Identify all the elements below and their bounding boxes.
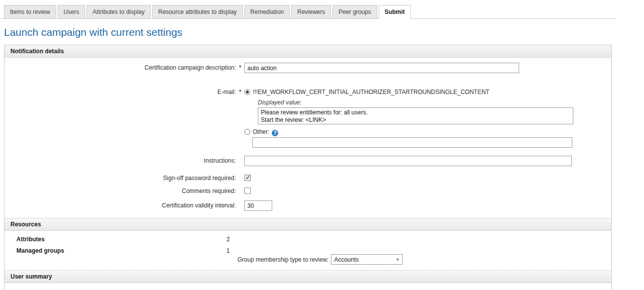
validity-label: Certification validity interval: <box>4 199 236 209</box>
group-membership-label: Group membership type to review: <box>237 256 328 263</box>
email-template-label: !!!EM_WORKFLOW_CERT_INITIAL_AUTHORIZER_S… <box>253 89 489 96</box>
page-title: Launch campaign with current settings <box>4 26 616 38</box>
user-summary-section: All users having selected entitlements t… <box>4 283 611 290</box>
instructions-label: Instructions: <box>4 155 236 164</box>
tab-items-to-review[interactable]: Items to review <box>4 5 56 18</box>
email-template-option[interactable]: !!!EM_WORKFLOW_CERT_INITIAL_AUTHORIZER_S… <box>244 87 573 96</box>
signoff-password-checkbox[interactable] <box>244 175 251 181</box>
section-header-user-summary: User summary <box>4 270 611 283</box>
resources-row-attributes: Attributes 2 <box>4 236 611 243</box>
tab-submit[interactable]: Submit <box>379 5 411 19</box>
page: Items to review Users Attributes to disp… <box>0 0 616 290</box>
email-other-label: Other: <box>253 128 269 135</box>
instructions-row: Instructions: <box>4 155 611 166</box>
resources-row-managed-groups: Managed groups 1 <box>4 247 611 254</box>
tab-bar: Items to review Users Attributes to disp… <box>0 0 616 19</box>
attributes-label: Attributes <box>4 236 226 243</box>
required-marker: * <box>236 62 244 71</box>
notification-details-section: Certification campaign description: * E-… <box>4 58 611 218</box>
group-membership-row: Group membership type to review: Account… <box>237 254 611 265</box>
signoff-row: Sign-off password required: <box>4 174 611 183</box>
comments-required-checkbox[interactable] <box>244 188 251 194</box>
group-membership-selected-value: Accounts <box>334 256 358 263</box>
group-membership-select[interactable]: Accounts ▼ <box>331 254 403 265</box>
comments-label: Comments required: <box>4 187 236 194</box>
email-other-radio[interactable] <box>244 129 250 135</box>
description-row: Certification campaign description: * <box>4 62 611 73</box>
email-other-option[interactable]: Other:? <box>244 128 573 136</box>
email-row: E-mail: * !!!EM_WORKFLOW_CERT_INITIAL_AU… <box>4 86 611 148</box>
tab-users[interactable]: Users <box>58 5 85 18</box>
settings-panel: Notification details Certification campa… <box>4 45 612 290</box>
chevron-down-icon: ▼ <box>393 257 400 262</box>
tab-peer-groups[interactable]: Peer groups <box>332 5 377 18</box>
displayed-value-textarea[interactable]: Please review entitlements for: all user… <box>258 107 573 124</box>
validity-interval-input[interactable] <box>244 200 272 211</box>
comments-row: Comments required: <box>4 187 611 195</box>
section-header-notification-details: Notification details <box>4 45 611 58</box>
tab-resource-attributes-to-display[interactable]: Resource attributes to display <box>152 5 243 18</box>
tab-reviewers[interactable]: Reviewers <box>291 5 331 18</box>
instructions-input[interactable] <box>244 156 572 166</box>
email-template-radio[interactable] <box>244 89 250 95</box>
managed-groups-count: 1 <box>226 247 230 254</box>
tab-attributes-to-display[interactable]: Attributes to display <box>87 5 151 18</box>
section-header-resources: Resources <box>4 218 611 231</box>
tab-remediation[interactable]: Remediation <box>244 5 290 18</box>
campaign-description-input[interactable] <box>244 63 519 73</box>
displayed-value-label: Displayed value: <box>258 99 573 106</box>
email-label: E-mail: <box>4 86 236 96</box>
description-label: Certification campaign description: <box>4 62 236 71</box>
attributes-count: 2 <box>226 236 230 243</box>
required-marker: * <box>236 86 244 96</box>
help-icon[interactable]: ? <box>272 130 278 136</box>
validity-row: Certification validity interval: <box>4 199 611 211</box>
resources-section: Attributes 2 Managed groups 1 Group memb… <box>4 231 611 270</box>
signoff-label: Sign-off password required: <box>4 174 236 182</box>
email-other-input[interactable] <box>252 137 572 148</box>
managed-groups-label: Managed groups <box>4 247 226 254</box>
